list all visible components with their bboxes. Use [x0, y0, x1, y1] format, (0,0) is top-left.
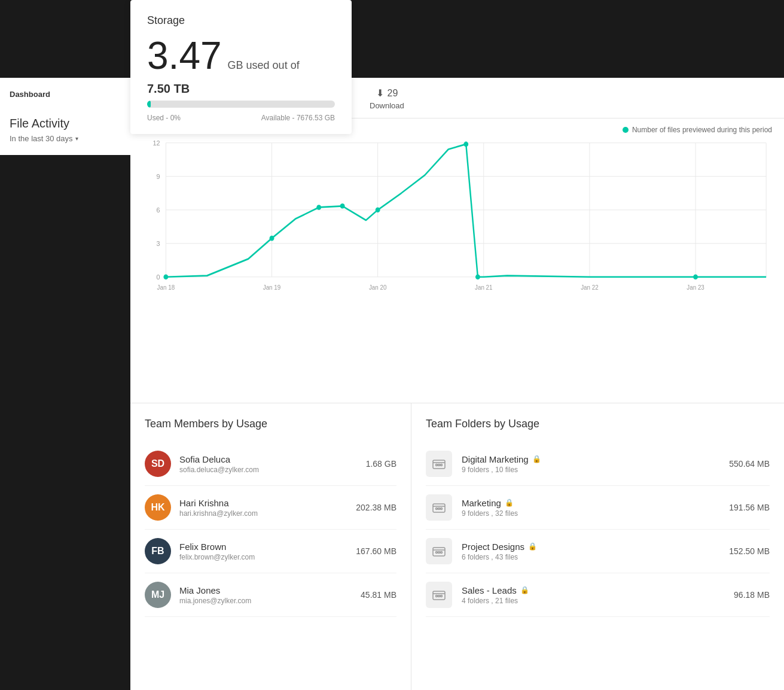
tab-download-count: 29 [388, 88, 398, 99]
folder-size: 96.18 MB [734, 590, 770, 600]
avatar: SD [145, 451, 171, 477]
chart-area: 12 9 6 3 0 Jan 18 Jan 19 Jan 20 Jan 21 J… [130, 136, 784, 304]
avatar: MJ [145, 582, 171, 608]
svg-point-36 [436, 508, 438, 510]
folder-size: 152.50 MB [729, 546, 770, 556]
svg-text:3: 3 [157, 240, 160, 248]
storage-meta: Used - 0% Available - 7676.53 GB [147, 114, 335, 122]
svg-point-42 [441, 552, 443, 554]
folder-icon-box [426, 451, 452, 477]
member-row: HK Hari Krishna hari.krishna@zylker.com … [145, 486, 396, 530]
svg-point-28 [463, 142, 468, 147]
svg-text:Jan 19: Jan 19 [263, 284, 281, 291]
team-folders-panel: Team Folders by Usage Digital Marketing … [411, 403, 784, 690]
member-name: Mia Jones [179, 585, 352, 595]
storage-number: 3.47 GB used out of [147, 37, 335, 75]
svg-text:0: 0 [157, 273, 160, 281]
team-members-title: Team Members by Usage [145, 418, 396, 430]
folder-size: 191.56 MB [729, 503, 770, 512]
svg-point-44 [436, 595, 438, 597]
team-folders-title: Team Folders by Usage [426, 418, 770, 430]
dashboard-label: Dashboard [10, 90, 128, 99]
member-row: SD Sofia Deluca sofia.deluca@zylker.com … [145, 442, 396, 486]
svg-text:Jan 20: Jan 20 [369, 284, 387, 291]
svg-point-34 [441, 464, 443, 466]
storage-bar-fill [147, 101, 151, 108]
svg-point-25 [316, 205, 321, 210]
svg-point-30 [693, 274, 698, 279]
avatar: HK [145, 494, 171, 521]
member-name: Sofia Deluca [179, 454, 358, 464]
svg-point-26 [340, 203, 345, 209]
folder-meta: 9 folders , 32 files [462, 509, 719, 518]
legend-text: Number of files previewed during this pe… [632, 126, 772, 134]
download-icon: ⬇ [376, 87, 384, 99]
file-activity-subtitle[interactable]: In the last 30 days ▾ [10, 134, 128, 143]
file-activity-title: File Activity [10, 117, 128, 130]
member-email: hari.krishna@zylker.com [179, 509, 347, 518]
svg-text:Jan 22: Jan 22 [581, 284, 599, 291]
svg-text:12: 12 [152, 139, 160, 147]
folder-icon-box [426, 538, 452, 564]
member-name: Hari Krishna [179, 498, 347, 508]
folder-row: Project Designs 🔒 6 folders , 43 files 1… [426, 530, 770, 573]
member-email: felix.brown@zylker.com [179, 553, 347, 561]
member-name: Felix Brown [179, 542, 347, 552]
member-email: mia.jones@zylker.com [179, 597, 352, 605]
lock-icon: 🔒 [532, 455, 541, 463]
tab-download-label: Download [370, 101, 404, 110]
member-usage: 45.81 MB [361, 590, 396, 600]
folder-meta: 4 folders , 21 files [462, 597, 724, 605]
folder-name: Sales - Leads 🔒 [462, 585, 724, 595]
lock-icon: 🔒 [505, 498, 514, 507]
folder-row: Sales - Leads 🔒 4 folders , 21 files 96.… [426, 573, 770, 617]
folder-meta: 9 folders , 10 files [462, 466, 719, 474]
svg-point-46 [441, 595, 443, 597]
storage-total: 7.50 TB [147, 82, 335, 96]
member-usage: 167.60 MB [356, 546, 396, 556]
lock-icon: 🔒 [520, 586, 529, 594]
member-usage: 202.38 MB [356, 503, 396, 512]
svg-text:Jan 23: Jan 23 [687, 284, 704, 291]
svg-point-40 [436, 552, 438, 554]
svg-point-37 [438, 508, 440, 510]
folder-size: 550.64 MB [729, 459, 770, 469]
svg-point-23 [163, 274, 168, 279]
folder-name: Project Designs 🔒 [462, 542, 719, 552]
svg-point-41 [438, 552, 440, 554]
team-members-panel: Team Members by Usage SD Sofia Deluca so… [130, 403, 411, 690]
member-usage: 1.68 GB [366, 459, 396, 469]
legend-dot [623, 127, 629, 133]
svg-point-33 [438, 464, 440, 466]
member-row: MJ Mia Jones mia.jones@zylker.com 45.81 … [145, 573, 396, 617]
member-row: FB Felix Brown felix.brown@zylker.com 16… [145, 530, 396, 573]
storage-title: Storage [147, 14, 335, 27]
folder-name: Digital Marketing 🔒 [462, 454, 719, 464]
svg-text:9: 9 [157, 173, 160, 181]
folder-name: Marketing 🔒 [462, 498, 719, 508]
folder-icon-box [426, 494, 452, 521]
svg-text:6: 6 [157, 206, 160, 214]
member-email: sofia.deluca@zylker.com [179, 466, 358, 474]
svg-text:Jan 21: Jan 21 [475, 284, 493, 291]
svg-point-27 [376, 207, 380, 212]
storage-used-pct: Used - 0% [147, 114, 181, 122]
folder-icon-box [426, 582, 452, 608]
storage-bar [147, 101, 335, 108]
lock-icon: 🔒 [528, 542, 537, 551]
svg-point-29 [475, 274, 480, 279]
storage-available: Available - 7676.53 GB [261, 114, 335, 122]
activity-chart: 12 9 6 3 0 Jan 18 Jan 19 Jan 20 Jan 21 J… [142, 136, 772, 304]
folder-row: Digital Marketing 🔒 9 folders , 10 files… [426, 442, 770, 486]
folder-row: Marketing 🔒 9 folders , 32 files 191.56 … [426, 486, 770, 530]
svg-point-38 [441, 508, 443, 510]
dashboard-panel: Dashboard File Activity In the last 30 d… [0, 78, 138, 155]
chevron-down-icon: ▾ [75, 135, 78, 142]
avatar: FB [145, 538, 171, 564]
svg-point-32 [436, 464, 438, 466]
svg-point-24 [270, 236, 274, 241]
storage-panel: Storage 3.47 GB used out of 7.50 TB Used… [130, 0, 352, 134]
svg-point-45 [438, 595, 440, 597]
team-sections: Team Members by Usage SD Sofia Deluca so… [130, 403, 784, 690]
tab-download[interactable]: ⬇ 29 Download [358, 83, 416, 118]
